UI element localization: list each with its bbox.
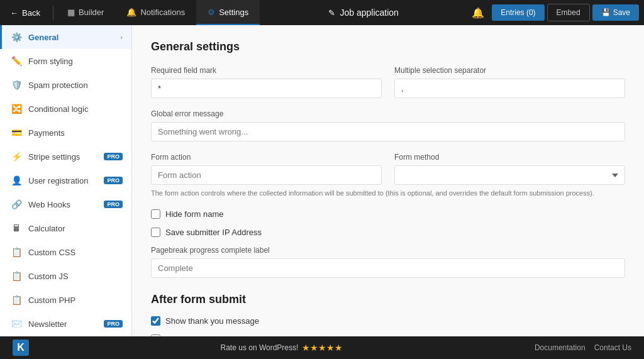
calculator-label: Calculator: [28, 224, 123, 233]
global-error-message-group: Global error message: [151, 109, 625, 141]
bell-icon-button[interactable]: 🔔: [467, 3, 489, 23]
sidebar-item-payments[interactable]: 💳Payments: [0, 121, 131, 145]
rate-text: Rate us on WordPress!: [221, 343, 299, 352]
save-button[interactable]: 💾 Save: [592, 4, 639, 21]
k-logo: K: [13, 340, 29, 356]
pagebreak-input[interactable]: [151, 258, 625, 278]
stripe-settings-pro-badge: PRO: [104, 153, 123, 160]
save-label: Save: [613, 8, 630, 17]
builder-label: Builder: [79, 8, 104, 17]
sidebar-item-calculator[interactable]: 🖩Calculator: [0, 216, 131, 240]
sidebar-item-custom-php[interactable]: 📋Custom PHP: [0, 288, 131, 312]
show-thank-you-checkbox[interactable]: [151, 316, 160, 326]
embed-button[interactable]: Embed: [547, 4, 590, 21]
sidebar-item-custom-css[interactable]: 📋Custom CSS: [0, 240, 131, 264]
settings-icon: ⚙: [208, 8, 215, 17]
payments-icon: 💳: [11, 127, 22, 138]
sidebar-item-spam-protection[interactable]: 🛡️Spam protection: [0, 73, 131, 97]
form-action-input[interactable]: [151, 165, 382, 185]
sidebar-item-form-styling[interactable]: ✏️Form styling: [0, 49, 131, 73]
custom-css-label: Custom CSS: [28, 248, 123, 257]
stripe-settings-label: Stripe settings: [28, 152, 97, 162]
save-ip-row[interactable]: Save submitter IP Address: [151, 228, 625, 237]
tab-builder[interactable]: ▦ Builder: [56, 0, 115, 25]
stripe-settings-icon: ⚡: [11, 151, 22, 162]
custom-php-icon: 📋: [11, 294, 22, 306]
user-registration-icon: 👤: [11, 175, 22, 186]
sidebar-item-general[interactable]: ⚙️General›: [0, 25, 131, 49]
form-action-hint-group: The form action controls where the colle…: [151, 189, 625, 198]
conditional-logic-label: Conditional logic: [28, 104, 123, 114]
content-area: General settings Required field mark Mul…: [132, 25, 644, 336]
form-action-hint: The form action controls where the colle…: [151, 189, 625, 198]
tab-notifications[interactable]: 🔔 Notifications: [115, 0, 196, 25]
multiple-selection-separator-group: Multiple selection separator: [394, 66, 625, 98]
footer-stars[interactable]: ★★★★★: [302, 343, 343, 353]
sidebar-item-custom-js[interactable]: 📋Custom JS: [0, 264, 131, 288]
hide-form-name-checkbox[interactable]: [151, 209, 160, 219]
custom-php-label: Custom PHP: [28, 295, 123, 305]
form-method-select[interactable]: GET POST: [394, 165, 625, 185]
conditional-logic-icon: 🔀: [11, 103, 22, 114]
required-field-mark-input[interactable]: [151, 79, 382, 98]
footer-links: Documentation Contact Us: [535, 343, 631, 352]
newsletter-icon: ✉️: [11, 318, 22, 329]
tab-settings[interactable]: ⚙ Settings: [196, 0, 260, 25]
save-icon: 💾: [601, 8, 611, 17]
form-method-group: Form method GET POST: [394, 153, 625, 185]
global-error-message-label: Global error message: [151, 109, 625, 118]
sidebar: ⚙️General›✏️Form styling🛡️Spam protectio…: [0, 25, 132, 336]
save-ip-label: Save submitter IP Address: [165, 228, 262, 237]
pagebreak-label: Pagebreak progress complete label: [151, 246, 625, 255]
sidebar-item-conditional-logic[interactable]: 🔀Conditional logic: [0, 97, 131, 121]
hide-form-name-row[interactable]: Hide form name: [151, 209, 625, 219]
show-thank-you-label: Show thank you message: [165, 316, 259, 326]
top-nav: ▦ Builder 🔔 Notifications ⚙ Settings: [56, 0, 260, 25]
after-submit-title: After form submit: [151, 293, 625, 306]
pagebreak-group: Pagebreak progress complete label: [151, 246, 625, 278]
back-button[interactable]: ← Back: [0, 0, 50, 25]
sidebar-item-newsletter[interactable]: ✉️NewsletterPRO: [0, 312, 131, 336]
show-thank-you-row[interactable]: Show thank you message: [151, 316, 625, 326]
edit-icon: ✎: [328, 8, 335, 18]
user-registration-label: User registration: [28, 176, 97, 185]
custom-js-label: Custom JS: [28, 272, 123, 281]
sidebar-item-web-hooks[interactable]: 🔗Web HooksPRO: [0, 192, 131, 216]
save-ip-checkbox[interactable]: [151, 228, 160, 237]
calculator-icon: 🖩: [11, 223, 22, 234]
form-title: Job application: [340, 8, 399, 18]
general-arrow: ›: [120, 33, 123, 41]
web-hooks-icon: 🔗: [11, 199, 22, 210]
multiple-selection-separator-label: Multiple selection separator: [394, 66, 625, 75]
footer-center: Rate us on WordPress! ★★★★★: [221, 343, 343, 353]
notifications-label: Notifications: [140, 8, 185, 17]
required-field-mark-label: Required field mark: [151, 66, 382, 75]
newsletter-label: Newsletter: [28, 319, 97, 329]
spam-protection-icon: 🛡️: [11, 79, 22, 91]
spam-protection-label: Spam protection: [28, 80, 123, 90]
top-bar-left: ← Back ▦ Builder 🔔 Notifications ⚙ Setti…: [0, 0, 260, 25]
top-bar-right: 🔔 Entries (0) Embed 💾 Save: [467, 3, 644, 23]
divider: [53, 5, 53, 20]
entries-button[interactable]: Entries (0): [492, 4, 544, 21]
hide-form-name-label: Hide form name: [165, 209, 223, 219]
required-separator-row: Required field mark Multiple selection s…: [151, 66, 625, 98]
documentation-link[interactable]: Documentation: [535, 343, 586, 352]
back-icon: ←: [10, 8, 18, 18]
sidebar-item-stripe-settings[interactable]: ⚡Stripe settingsPRO: [0, 145, 131, 168]
settings-label: Settings: [219, 8, 248, 17]
top-bar: ← Back ▦ Builder 🔔 Notifications ⚙ Setti…: [0, 0, 644, 25]
web-hooks-pro-badge: PRO: [104, 201, 123, 208]
form-styling-label: Form styling: [28, 57, 123, 66]
global-error-message-input[interactable]: [151, 122, 625, 141]
builder-icon: ▦: [67, 8, 75, 17]
required-field-mark-group: Required field mark: [151, 66, 382, 98]
newsletter-pro-badge: PRO: [104, 320, 123, 328]
multiple-selection-separator-input[interactable]: [394, 79, 625, 98]
notifications-icon: 🔔: [126, 8, 136, 17]
contact-link[interactable]: Contact Us: [594, 343, 631, 352]
footer: K Rate us on WordPress! ★★★★★ Documentat…: [0, 336, 644, 359]
main-layout: ⚙️General›✏️Form styling🛡️Spam protectio…: [0, 25, 644, 336]
sidebar-item-user-registration[interactable]: 👤User registrationPRO: [0, 168, 131, 192]
form-action-group: Form action: [151, 153, 382, 185]
